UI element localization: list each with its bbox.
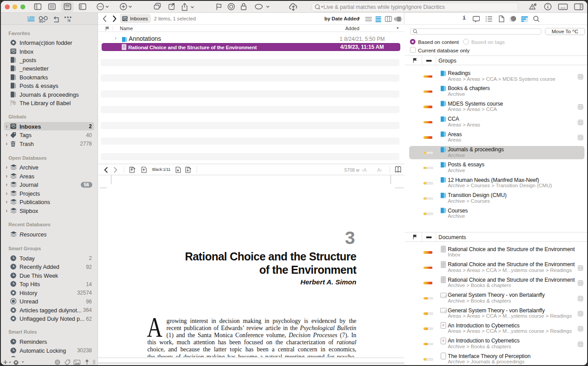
svg-text:78: 78: [67, 19, 71, 22]
svg-text:GO+: GO+: [39, 20, 45, 23]
